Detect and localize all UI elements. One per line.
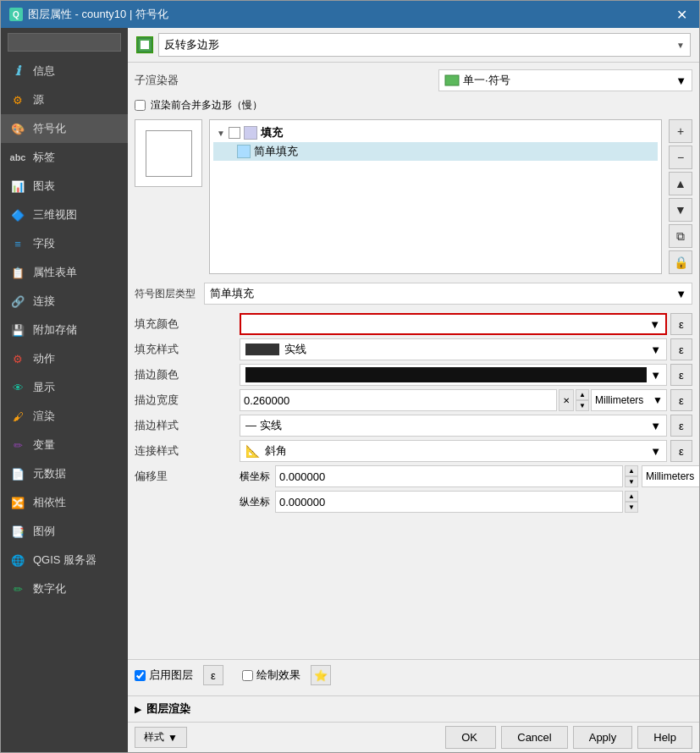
layer-render-label: 图层渲染 [146, 701, 190, 717]
sidebar-item-connect[interactable]: 🔗 连接 [1, 287, 128, 316]
style-arrow: ▼ [168, 732, 178, 744]
sidebar-item-digit[interactable]: ✏ 数字化 [1, 574, 128, 603]
attr-icon: 📋 [9, 264, 26, 281]
search-input[interactable] [8, 33, 121, 52]
sidebar-item-render[interactable]: 🖌 渲染 [1, 402, 128, 431]
sidebar-item-3d[interactable]: 🔷 三维视图 [1, 201, 128, 229]
tree-label-simple-fill: 简单填充 [254, 144, 298, 159]
render-icon: 🖌 [9, 408, 26, 425]
sidebar-item-field[interactable]: ≡ 字段 [1, 229, 128, 258]
invert-dropdown-label: 反转多边形 [164, 37, 219, 52]
stroke-color-expr-btn[interactable]: ε [670, 364, 692, 386]
layer-render-header[interactable]: ▶ 图层渲染 [135, 701, 692, 717]
enable-layer-expr-btn[interactable]: ε [203, 665, 223, 685]
join-style-dropdown[interactable]: 📐 斜角 ▼ [240, 440, 667, 462]
offset-x-down[interactable]: ▼ [625, 476, 638, 487]
app-icon: Q [9, 8, 23, 21]
invert-dropdown[interactable]: 反转多边形 ▼ [158, 33, 691, 57]
sub-renderer-row: 子渲染器 单一·符号 ▼ [135, 69, 692, 91]
stroke-width-expr-btn[interactable]: ε [670, 389, 692, 411]
join-style-arrow: ▼ [650, 445, 661, 458]
stroke-style-arrow: ▼ [650, 420, 661, 432]
stroke-style-dropdown[interactable]: — 实线 ▼ [240, 415, 667, 437]
apply-button[interactable]: Apply [573, 726, 633, 749]
stroke-style-row: 描边样式 — 实线 ▼ ε [135, 415, 692, 437]
3d-icon: 🔷 [9, 206, 26, 223]
stroke-width-input[interactable] [240, 389, 557, 411]
draw-effects-checkbox[interactable] [242, 670, 253, 681]
draw-effects-text: 绘制效果 [256, 668, 300, 683]
label-icon: abc [9, 149, 26, 166]
sidebar-item-depend[interactable]: 🔀 相依性 [1, 488, 128, 517]
enable-layer-label[interactable]: 启用图层 [135, 668, 193, 683]
offset-y-input[interactable] [275, 491, 623, 513]
sidebar-item-display[interactable]: 👁 显示 [1, 373, 128, 402]
tree-item-simple-fill[interactable]: 简单填充 [213, 142, 658, 161]
move-up-button[interactable]: ▲ [669, 172, 692, 195]
sidebar-item-label[interactable]: abc 标签 [1, 143, 128, 172]
merge-label: 渲染前合并多边形（慢） [151, 98, 262, 113]
sidebar-label-field: 字段 [33, 236, 55, 251]
help-button[interactable]: Help [637, 726, 692, 749]
stroke-width-unit-arrow: ▼ [653, 394, 663, 406]
stroke-color-dropdown[interactable]: ▼ [240, 364, 667, 386]
meta-icon: 📄 [9, 465, 26, 482]
tree-item-fill[interactable]: ▼ 填充 [213, 124, 658, 142]
sidebar-label-label: 标签 [33, 150, 55, 165]
sidebar-item-action[interactable]: ⚙ 动作 [1, 344, 128, 373]
sub-renderer-select[interactable]: 单一·符号 ▼ [438, 69, 692, 91]
info-icon: ℹ [9, 63, 26, 80]
stroke-width-up[interactable]: ▲ [576, 389, 589, 400]
merge-checkbox-row: 渲染前合并多边形（慢） [135, 98, 692, 113]
sidebar-item-attr[interactable]: 📋 属性表单 [1, 258, 128, 287]
remove-layer-button[interactable]: − [669, 146, 692, 169]
sidebar-item-info[interactable]: ℹ 信息 [1, 57, 128, 85]
stroke-width-unit[interactable]: Millimeters ▼ [591, 389, 667, 411]
offset-y-up[interactable]: ▲ [625, 491, 638, 502]
move-down-button[interactable]: ▼ [669, 198, 692, 222]
sidebar-item-meta[interactable]: 📄 元数据 [1, 459, 128, 488]
sidebar-label-display: 显示 [33, 380, 55, 395]
style-button[interactable]: 样式 ▼ [135, 727, 187, 748]
cancel-button[interactable]: Cancel [501, 726, 567, 749]
sidebar-item-chart[interactable]: 📊 图表 [1, 172, 128, 201]
qgis-icon: 🌐 [9, 552, 26, 569]
sidebar-item-legend[interactable]: 📑 图例 [1, 517, 128, 546]
fill-style-dropdown[interactable]: 实线 ▼ [240, 338, 667, 360]
fill-color-row: 填充颜色 ▼ ε [135, 313, 692, 335]
offset-x-up[interactable]: ▲ [625, 465, 638, 476]
sidebar-item-symbolize[interactable]: 🎨 符号化 [1, 114, 128, 143]
offset-unit-label: Millimeters [646, 470, 694, 482]
sidebar-item-qgis[interactable]: 🌐 QGIS 服务器 [1, 546, 128, 574]
stroke-width-down[interactable]: ▼ [576, 400, 589, 411]
fill-style-expr-btn[interactable]: ε [670, 338, 692, 360]
stroke-width-spinner: ▲ ▼ [576, 389, 589, 411]
titlebar-left: Q 图层属性 - county10 | 符号化 [9, 7, 168, 22]
enable-layer-checkbox[interactable] [135, 670, 146, 681]
fill-color-expr-btn[interactable]: ε [670, 313, 692, 335]
join-style-expr-btn[interactable]: ε [670, 440, 692, 462]
add-layer-button[interactable]: + [669, 119, 692, 143]
storage-icon: 💾 [9, 322, 26, 338]
bottom-row1: 启用图层 ε 绘制效果 ⭐ [135, 665, 692, 685]
sidebar-label-qgis: QGIS 服务器 [33, 552, 96, 568]
merge-checkbox[interactable] [135, 100, 146, 111]
offset-unit[interactable]: Millimeters ▼ [642, 465, 699, 487]
lock-button[interactable]: 🔒 [669, 250, 692, 274]
sidebar-item-storage[interactable]: 💾 附加存储 [1, 316, 128, 344]
close-button[interactable]: ✕ [673, 5, 691, 25]
layer-type-select[interactable]: 简单填充 ▼ [204, 283, 692, 305]
stroke-width-clear[interactable]: ✕ [559, 389, 574, 411]
draw-effects-btn[interactable]: ⭐ [311, 665, 331, 685]
display-icon: 👁 [9, 379, 26, 396]
tree-check-fill[interactable] [229, 127, 240, 139]
offset-x-input[interactable] [275, 465, 623, 487]
offset-y-down[interactable]: ▼ [625, 502, 638, 513]
draw-effects-label[interactable]: 绘制效果 [242, 668, 300, 683]
sidebar-item-source[interactable]: ⚙ 源 [1, 85, 128, 114]
fill-color-dropdown[interactable]: ▼ [240, 313, 667, 335]
duplicate-button[interactable]: ⧉ [669, 224, 692, 248]
sidebar-item-variable[interactable]: ✏ 变量 [1, 431, 128, 459]
ok-button[interactable]: OK [445, 726, 496, 749]
stroke-style-expr-btn[interactable]: ε [670, 415, 692, 437]
